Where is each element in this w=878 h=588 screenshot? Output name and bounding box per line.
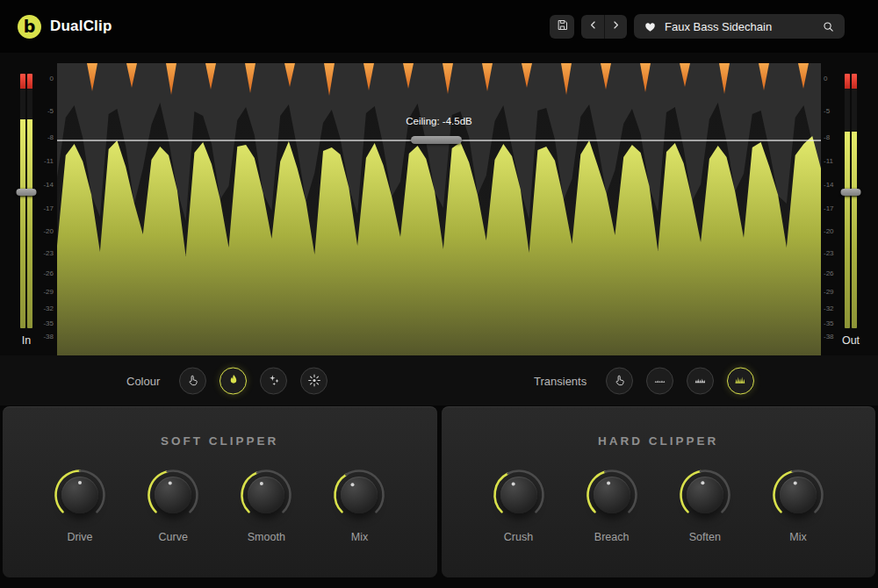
soft-clipper-panel: SOFT CLIPPER DriveCurveSmoothMix xyxy=(3,406,437,577)
touch-icon xyxy=(186,374,200,388)
preset-nav xyxy=(581,15,627,39)
waveform-section: In 0-5-8-11-14-17-20-23-26-29-32-35-38 xyxy=(0,53,878,355)
db-tick-label: -38 xyxy=(40,333,54,341)
output-meter-bar-right xyxy=(852,74,857,328)
db-tick-label: 0 xyxy=(824,75,838,82)
sparkles-icon xyxy=(267,374,281,388)
db-tick-label: -17 xyxy=(40,204,54,212)
input-meter-label: In xyxy=(16,334,37,347)
header-bar: b DualClip Faux Bass Sidechain xyxy=(0,0,878,53)
knob-smooth-dial[interactable] xyxy=(238,467,294,523)
save-preset-button[interactable] xyxy=(550,15,574,39)
clipper-panels: SOFT CLIPPER DriveCurveSmoothMix HARD CL… xyxy=(0,405,878,588)
knob-mix-dial[interactable] xyxy=(331,467,387,523)
db-tick-label: -23 xyxy=(824,249,838,257)
next-preset-button[interactable] xyxy=(604,15,627,39)
colour-option-sparkles[interactable] xyxy=(260,367,287,394)
previous-preset-button[interactable] xyxy=(581,15,604,39)
knob-drive-dial[interactable] xyxy=(52,467,108,523)
knob-breach: Breach xyxy=(584,467,640,543)
db-tick-label: -38 xyxy=(824,333,838,341)
db-tick-label: -26 xyxy=(40,269,54,277)
chevron-left-icon xyxy=(587,18,600,34)
knob-crush-dial[interactable] xyxy=(491,467,547,523)
knob-label: Breach xyxy=(584,531,640,543)
db-tick-label: -17 xyxy=(824,204,838,212)
output-meter-track xyxy=(845,74,857,328)
db-tick-label: -29 xyxy=(40,288,54,296)
knob-label: Soften xyxy=(677,531,733,543)
db-tick-label: -23 xyxy=(40,249,54,257)
brand: b DualClip xyxy=(18,15,112,39)
knob-label: Curve xyxy=(145,531,201,543)
flame-icon xyxy=(227,374,241,388)
burst-icon xyxy=(307,374,321,388)
output-meter: Out xyxy=(840,74,861,347)
knob-mix: Mix xyxy=(331,467,387,543)
colour-options xyxy=(179,367,327,394)
favorite-heart-icon[interactable] xyxy=(644,20,657,33)
touch-icon xyxy=(613,374,627,388)
soft-clipper-knob-row: DriveCurveSmoothMix xyxy=(3,467,437,543)
input-meter-bar-right xyxy=(27,74,32,328)
knob-label: Smooth xyxy=(238,531,294,543)
dualclip-logo-icon: b xyxy=(18,15,41,39)
waveform-plot xyxy=(57,63,821,355)
transients-option-low[interactable] xyxy=(646,367,673,394)
ceiling-handle[interactable] xyxy=(411,136,462,144)
app-title: DualClip xyxy=(50,18,112,35)
save-icon xyxy=(556,18,569,34)
transients-option-mid[interactable] xyxy=(687,367,714,394)
db-tick-label: 0 xyxy=(40,75,54,82)
colour-option-manual[interactable] xyxy=(179,367,206,394)
db-tick-label: -14 xyxy=(40,181,54,189)
transients-option-high[interactable] xyxy=(727,367,754,394)
knob-soften: Soften xyxy=(677,467,733,543)
output-gain-handle[interactable] xyxy=(841,189,861,196)
db-tick-label: -8 xyxy=(824,133,838,141)
mode-control-row: Colour Transients xyxy=(0,355,878,405)
header-controls: Faux Bass Sidechain xyxy=(550,14,845,39)
hard-clipper-title: HARD CLIPPER xyxy=(442,434,876,448)
knob-smooth: Smooth xyxy=(238,467,294,543)
db-tick-label: -32 xyxy=(824,305,838,312)
colour-option-flame[interactable] xyxy=(220,367,247,394)
db-tick-label: -35 xyxy=(40,319,54,327)
transients-group: Transients xyxy=(534,367,754,394)
knob-breach-dial[interactable] xyxy=(584,467,640,523)
input-meter: In xyxy=(16,74,37,347)
input-meter-track xyxy=(20,74,32,328)
db-tick-label: -5 xyxy=(40,107,54,115)
db-tick-label: -11 xyxy=(824,157,838,165)
output-meter-label: Out xyxy=(840,334,861,347)
db-tick-label: -14 xyxy=(824,181,838,189)
knob-curve: Curve xyxy=(145,467,201,543)
db-tick-label: -5 xyxy=(824,107,838,115)
soft-clipper-title: SOFT CLIPPER xyxy=(3,434,437,448)
hard-clipper-knob-row: CrushBreachSoftenMix xyxy=(442,467,876,543)
db-tick-label: -32 xyxy=(40,305,54,312)
preset-name: Faux Bass Sidechain xyxy=(665,20,814,33)
db-tick-label: -29 xyxy=(824,288,838,296)
wave-mid-icon xyxy=(694,374,708,388)
transients-option-manual[interactable] xyxy=(606,367,633,394)
db-tick-label: -26 xyxy=(824,269,838,277)
knob-crush: Crush xyxy=(491,467,547,543)
db-tick-label: -35 xyxy=(824,319,838,327)
knob-soften-dial[interactable] xyxy=(677,467,733,523)
db-scale-left: 0-5-8-11-14-17-20-23-26-29-32-35-38 xyxy=(40,63,54,355)
transients-label: Transients xyxy=(534,374,587,387)
input-meter-bar-left xyxy=(20,74,25,328)
db-scale-right: 0-5-8-11-14-17-20-23-26-29-32-35-38 xyxy=(824,63,838,355)
colour-option-burst[interactable] xyxy=(300,367,327,394)
preset-selector[interactable]: Faux Bass Sidechain xyxy=(634,14,845,39)
knob-curve-dial[interactable] xyxy=(145,467,201,523)
output-meter-bar-left xyxy=(845,74,850,328)
knob-mix-dial[interactable] xyxy=(770,467,826,523)
colour-label: Colour xyxy=(126,374,160,387)
db-tick-label: -20 xyxy=(40,227,54,235)
waveform-display: Ceiling: -4.5dB xyxy=(57,63,821,355)
search-icon[interactable] xyxy=(822,20,835,33)
db-tick-label: -8 xyxy=(40,133,54,141)
input-gain-handle[interactable] xyxy=(17,189,37,196)
